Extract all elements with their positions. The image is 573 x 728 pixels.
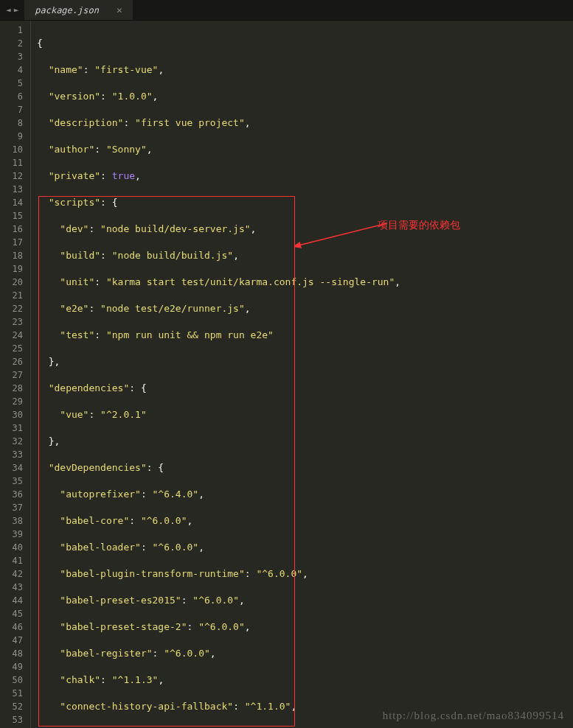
code-text: "1.0.0" <box>112 91 153 102</box>
line-number: 43 <box>4 581 23 594</box>
code-text: "build" <box>60 250 100 261</box>
line-number: 22 <box>4 302 23 315</box>
line-number: 48 <box>4 647 23 660</box>
line-number: 31 <box>4 421 23 435</box>
line-number-gutter: 1 2 3 4 5 6 7 8 9 10 11 12 13 14 15 16 1… <box>0 21 31 728</box>
line-number: 14 <box>4 196 23 209</box>
tab-package-json[interactable]: package.json × <box>24 0 133 20</box>
code-text: "dev" <box>60 223 88 234</box>
line-number: 23 <box>4 315 23 329</box>
line-number: 28 <box>4 382 23 395</box>
code-text: true <box>112 170 135 181</box>
line-number: 42 <box>4 567 23 581</box>
line-number: 15 <box>4 209 23 223</box>
code-text: "description" <box>49 117 124 128</box>
line-number: 21 <box>4 289 23 302</box>
line-number: 5 <box>4 77 23 90</box>
line-number: 18 <box>4 249 23 262</box>
code-text: "author" <box>49 144 95 155</box>
line-number: 52 <box>4 700 23 713</box>
code-text: "devDependencies" <box>49 462 147 473</box>
line-number: 32 <box>4 435 23 448</box>
line-number: 35 <box>4 475 23 488</box>
code-text: "node build/build.js" <box>112 250 233 261</box>
line-number: 10 <box>4 143 23 156</box>
code-text: "^1.1.3" <box>112 674 159 685</box>
line-number: 4 <box>4 63 23 77</box>
tab-bar: package.json × <box>24 0 133 20</box>
title-bar: ◄ ► package.json × <box>0 0 573 21</box>
code-text: "npm run unit && npm run e2e" <box>106 329 274 340</box>
line-number: 46 <box>4 620 23 634</box>
code-text: { <box>37 38 43 49</box>
line-number: 16 <box>4 223 23 236</box>
code-text: "node test/e2e/runner.js" <box>100 303 245 314</box>
line-number: 41 <box>4 554 23 567</box>
code-text: "^6.0.0" <box>192 595 239 606</box>
line-number: 26 <box>4 355 23 368</box>
line-number: 47 <box>4 634 23 647</box>
code-text: "^6.0.0" <box>256 568 302 579</box>
code-text: "scripts" <box>49 197 100 208</box>
line-number: 13 <box>4 183 23 196</box>
code-text: "Sonny" <box>106 144 147 155</box>
line-number: 7 <box>4 103 23 116</box>
code-text: "autoprefixer" <box>60 489 141 500</box>
line-number: 19 <box>4 262 23 276</box>
line-number: 44 <box>4 594 23 607</box>
line-number: 30 <box>4 408 23 421</box>
line-number: 25 <box>4 342 23 355</box>
code-text: "babel-register" <box>60 648 152 659</box>
close-icon[interactable]: × <box>117 4 122 15</box>
line-number: 36 <box>4 488 23 501</box>
line-number: 27 <box>4 368 23 382</box>
code-text: "^6.0.0" <box>198 621 245 632</box>
back-arrow-icon[interactable]: ◄ <box>6 5 11 15</box>
line-number: 49 <box>4 660 23 673</box>
line-number: 24 <box>4 329 23 342</box>
watermark: http://blog.csdn.net/mao834099514 <box>383 710 564 722</box>
line-number: 2 <box>4 37 23 50</box>
code-text: "e2e" <box>60 303 88 314</box>
forward-arrow-icon[interactable]: ► <box>14 5 19 15</box>
code-text: "^6.0.0" <box>141 515 187 526</box>
code-text: "test" <box>60 329 94 340</box>
code-text: "unit" <box>60 276 94 287</box>
code-text: "name" <box>49 64 83 75</box>
line-number: 50 <box>4 673 23 687</box>
line-number: 37 <box>4 501 23 514</box>
code-content[interactable]: { "name": "first-vue", "version": "1.0.0… <box>31 21 573 728</box>
line-number: 53 <box>4 713 23 727</box>
code-text: "connect-history-api-fallback" <box>60 701 233 712</box>
tab-label: package.json <box>35 5 99 15</box>
line-number: 45 <box>4 607 23 620</box>
nav-arrows: ◄ ► <box>0 5 24 15</box>
code-text: "babel-preset-stage-2" <box>60 621 187 632</box>
annotation-label: 项目需要的依赖包 <box>378 218 460 231</box>
line-number: 6 <box>4 90 23 103</box>
code-text: "chalk" <box>60 674 100 685</box>
code-text: "version" <box>49 91 100 102</box>
line-number: 33 <box>4 448 23 461</box>
code-text: "^6.4.0" <box>153 489 199 500</box>
code-text: "first-vue" <box>94 64 158 75</box>
line-number: 9 <box>4 130 23 143</box>
code-text: "node build/dev-server.js" <box>100 223 251 234</box>
code-text: "dependencies" <box>49 382 130 393</box>
code-text: "first vue project" <box>135 117 245 128</box>
code-text: "karma start test/unit/karma.conf.js --s… <box>106 276 395 287</box>
line-number: 12 <box>4 169 23 183</box>
line-number: 39 <box>4 528 23 541</box>
line-number: 3 <box>4 50 23 63</box>
code-text: "^6.0.0" <box>164 648 210 659</box>
code-text: "vue" <box>60 409 88 420</box>
line-number: 51 <box>4 687 23 700</box>
code-text: "babel-preset-es2015" <box>60 595 181 606</box>
code-text: "babel-core" <box>60 515 129 526</box>
code-text: "^6.0.0" <box>153 542 199 553</box>
line-number: 8 <box>4 116 23 130</box>
line-number: 38 <box>4 514 23 528</box>
line-number: 34 <box>4 461 23 475</box>
line-number: 17 <box>4 236 23 249</box>
editor-area: 1 2 3 4 5 6 7 8 9 10 11 12 13 14 15 16 1… <box>0 21 573 728</box>
